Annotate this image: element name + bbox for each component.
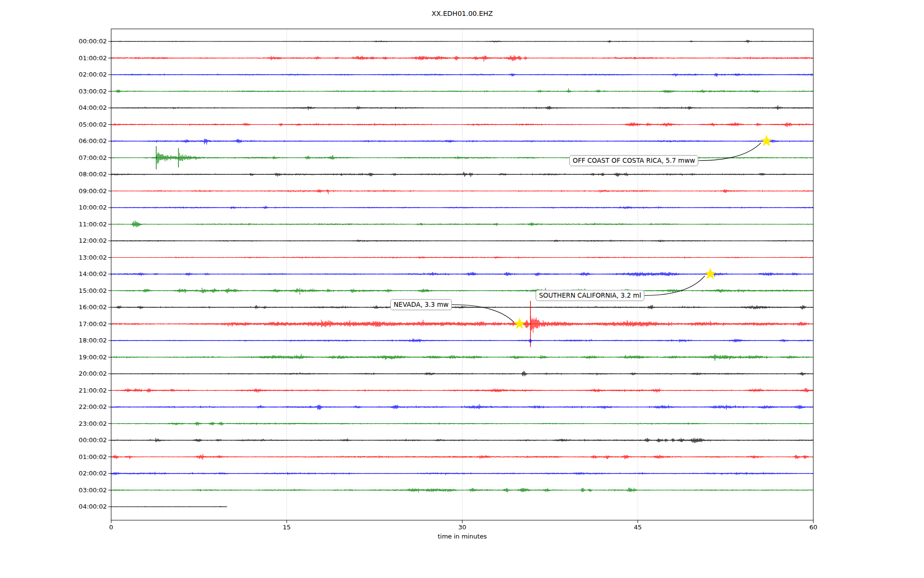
trace-row-3 xyxy=(111,88,813,93)
y-tick-label: 10:00:02 xyxy=(44,204,107,211)
y-tick-label: 13:00:02 xyxy=(44,254,107,262)
x-tick-label: 0 xyxy=(92,524,130,531)
y-tick-label: 02:00:02 xyxy=(44,470,107,477)
y-tick-label: 11:00:02 xyxy=(44,221,107,228)
trace-row-8 xyxy=(111,172,813,177)
trace-path xyxy=(111,88,813,93)
x-tick-label: 45 xyxy=(618,524,657,531)
trace-path xyxy=(111,288,813,295)
y-tick-label: 17:00:02 xyxy=(44,320,107,328)
y-tick-label: 00:00:02 xyxy=(44,436,107,444)
y-tick-label: 14:00:02 xyxy=(44,270,107,278)
x-tick-label: 15 xyxy=(268,524,306,531)
trace-row-24 xyxy=(111,438,813,443)
trace-row-25 xyxy=(111,454,813,460)
y-tick-label: 12:00:02 xyxy=(44,237,107,245)
y-tick-label: 16:00:02 xyxy=(44,303,107,311)
event-star-marker xyxy=(514,318,525,329)
x-axis-label: time in minutes xyxy=(111,533,813,540)
y-tick-label: 22:00:02 xyxy=(44,403,107,411)
trace-row-13 xyxy=(111,256,813,259)
event-annotation: SOUTHERN CALIFORNIA, 3.2 ml xyxy=(536,290,644,301)
y-tick-label: 02:00:02 xyxy=(44,71,107,79)
y-tick-label: 19:00:02 xyxy=(44,354,107,361)
trace-path xyxy=(111,189,813,194)
y-tick-label: 01:00:02 xyxy=(44,54,107,62)
seismogram-canvas xyxy=(0,0,924,578)
y-tick-label: 07:00:02 xyxy=(44,154,107,162)
y-tick-label: 01:00:02 xyxy=(44,453,107,461)
trace-path xyxy=(111,139,813,144)
annotation-leader-line xyxy=(644,276,705,296)
event-annotation: NEVADA, 3.3 mw xyxy=(390,299,452,310)
trace-row-6 xyxy=(111,139,813,144)
y-tick-label: 23:00:02 xyxy=(44,420,107,428)
trace-path xyxy=(111,317,813,333)
event-annotation: OFF COAST OF COSTA RICA, 5.7 mww xyxy=(569,155,698,166)
trace-row-7 xyxy=(111,146,813,170)
y-tick-label: 05:00:02 xyxy=(44,121,107,129)
trace-path xyxy=(111,221,813,227)
y-tick-label: 09:00:02 xyxy=(44,187,107,195)
x-tick-label: 30 xyxy=(443,524,482,531)
y-tick-label: 03:00:02 xyxy=(44,486,107,494)
trace-row-23 xyxy=(111,422,813,426)
y-tick-label: 03:00:02 xyxy=(44,88,107,95)
x-tick-label: 60 xyxy=(794,524,833,531)
trace-row-27 xyxy=(111,487,813,492)
y-tick-label: 06:00:02 xyxy=(44,137,107,145)
trace-row-9 xyxy=(111,189,813,194)
y-tick-label: 21:00:02 xyxy=(44,387,107,394)
trace-row-28 xyxy=(111,506,227,507)
trace-row-2 xyxy=(111,73,813,77)
helicorder-plot: XX.EDH01.00.EHZ 00:00:0201:00:0202:00:02… xyxy=(0,0,924,578)
trace-path xyxy=(111,122,813,127)
trace-row-22 xyxy=(111,404,813,410)
trace-row-1 xyxy=(111,55,813,62)
trace-path xyxy=(111,55,813,62)
trace-path xyxy=(111,152,813,163)
y-tick-label: 04:00:02 xyxy=(44,104,107,112)
y-tick-label: 15:00:02 xyxy=(44,287,107,295)
y-tick-label: 08:00:02 xyxy=(44,171,107,178)
y-tick-label: 18:00:02 xyxy=(44,337,107,344)
event-star-marker xyxy=(705,268,716,279)
y-tick-label: 00:00:02 xyxy=(44,38,107,45)
y-tick-label: 04:00:02 xyxy=(44,503,107,511)
y-tick-label: 20:00:02 xyxy=(44,370,107,378)
trace-row-21 xyxy=(111,388,813,393)
event-star-marker xyxy=(761,135,772,146)
